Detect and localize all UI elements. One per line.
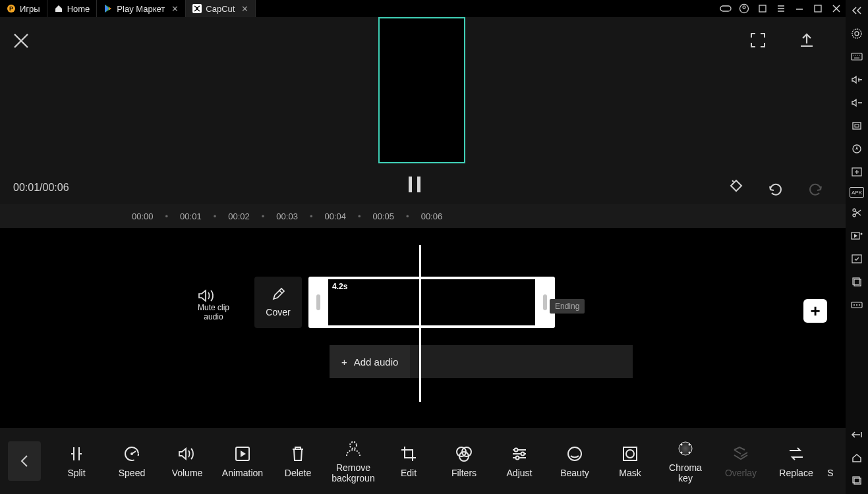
more-icon[interactable] — [849, 297, 865, 313]
ending-chip[interactable]: Ending — [550, 299, 585, 314]
ruler-tick: 00:03 — [276, 211, 298, 221]
svg-marker-17 — [241, 451, 246, 457]
clip-thumbnail[interactable]: 4.2s — [328, 279, 535, 325]
window-icon[interactable] — [753, 0, 772, 17]
tool-label: Animation — [222, 468, 263, 478]
ruler-tick: 00:05 — [373, 211, 395, 221]
scissors-icon[interactable] — [849, 205, 865, 221]
nav-back-icon[interactable] — [849, 427, 865, 443]
svg-point-24 — [516, 456, 519, 459]
screenshot-add-icon[interactable] — [849, 164, 865, 180]
record-icon[interactable] — [849, 228, 865, 244]
animation-icon — [234, 445, 251, 463]
tool-delete[interactable]: Delete — [270, 445, 326, 478]
svg-point-30 — [689, 443, 691, 445]
mask-icon — [622, 445, 639, 463]
tool-overlay: Overlay — [713, 445, 768, 478]
clip-left-handle[interactable] — [308, 277, 328, 328]
tool-label: Adjust — [507, 468, 533, 478]
fullscreen-alt-icon[interactable] — [849, 118, 865, 134]
pause-button[interactable] — [409, 177, 420, 192]
fullscreen-button[interactable] — [749, 32, 767, 49]
gear-icon[interactable] — [849, 26, 865, 41]
svg-point-45 — [861, 233, 863, 235]
timeline-tracks: Mute clip audio Cover 4.2s Ending + + Ad… — [0, 228, 846, 431]
emulator-right-rail: APK — [846, 0, 868, 494]
tool-remove-background[interactable]: Remove backgroun — [326, 439, 381, 483]
crop-icon — [400, 445, 417, 463]
add-audio-button[interactable]: + Add audio — [330, 356, 410, 368]
svg-rect-13 — [543, 294, 547, 310]
volume-down-icon[interactable] — [849, 95, 865, 111]
svg-point-52 — [859, 304, 860, 306]
tool-adjust[interactable]: Adjust — [492, 445, 547, 478]
volume-up-icon[interactable] — [849, 72, 865, 88]
keyframe-button[interactable] — [727, 178, 745, 196]
gamepad-icon[interactable] — [716, 0, 735, 17]
play-store-icon — [103, 4, 113, 13]
clip-duration: 4.2s — [332, 282, 347, 291]
tool-label: Mask — [619, 468, 641, 478]
audio-track[interactable]: + Add audio — [330, 345, 633, 378]
location-icon[interactable] — [849, 141, 865, 157]
svg-point-18 — [350, 442, 357, 449]
svg-point-50 — [854, 304, 855, 306]
chroma-icon — [677, 439, 694, 458]
video-preview[interactable] — [378, 17, 465, 163]
menu-icon[interactable] — [772, 0, 790, 17]
cover-button[interactable]: Cover — [254, 277, 302, 328]
tool-beauty[interactable]: Beauty — [547, 445, 602, 478]
collapse-icon[interactable] — [849, 3, 865, 18]
redo-button[interactable] — [806, 178, 825, 196]
svg-text:P: P — [9, 5, 13, 12]
close-window-icon[interactable] — [827, 0, 846, 17]
nav-recents-icon[interactable] — [849, 473, 865, 489]
close-icon[interactable]: ✕ — [171, 4, 179, 14]
maximize-icon[interactable] — [809, 0, 827, 17]
tool-replace[interactable]: Replace — [768, 445, 824, 478]
audio-track-empty[interactable] — [410, 345, 633, 378]
ruler-tick: 00:02 — [228, 211, 250, 221]
tool-label: Overlay — [725, 468, 757, 478]
tool-more[interactable]: S — [824, 445, 837, 478]
svg-point-9 — [743, 6, 745, 9]
export-button[interactable] — [798, 32, 815, 49]
video-clip[interactable]: 4.2s — [308, 277, 555, 328]
replace-icon — [787, 445, 805, 463]
mute-label: audio — [198, 312, 229, 321]
keyboard-icon[interactable] — [849, 49, 865, 65]
svg-point-34 — [855, 32, 859, 36]
tab-games[interactable]: P Игры — [0, 0, 47, 17]
sync-icon[interactable] — [849, 251, 865, 267]
tool-mask[interactable]: Mask — [602, 445, 658, 478]
tool-chroma-key[interactable]: Chroma key — [658, 439, 713, 483]
undo-button[interactable] — [767, 178, 785, 196]
minimize-icon[interactable] — [790, 0, 809, 17]
add-media-button[interactable]: + — [803, 299, 827, 323]
close-icon[interactable]: ✕ — [241, 4, 248, 14]
svg-rect-46 — [852, 255, 861, 263]
copy-icon[interactable] — [849, 274, 865, 290]
timeline-ruler[interactable]: 00:00• 00:01• 00:02• 00:03• 00:04• 00:05… — [0, 204, 846, 228]
ruler-dot: • — [310, 211, 313, 221]
tool-filters[interactable]: Filters — [436, 445, 492, 478]
tool-animation[interactable]: Animation — [215, 445, 270, 478]
tool-volume[interactable]: Volume — [159, 445, 215, 478]
tab-capcut[interactable]: CapCut ✕ — [186, 0, 256, 17]
tool-split[interactable]: Split — [49, 445, 104, 478]
tab-home[interactable]: Home — [47, 0, 98, 17]
apk-icon[interactable]: APK — [850, 187, 864, 198]
tab-play-market[interactable]: Play Маркет ✕ — [97, 0, 186, 17]
back-button[interactable] — [8, 441, 41, 481]
nav-home-icon[interactable] — [849, 450, 865, 466]
svg-rect-37 — [855, 124, 859, 127]
user-icon[interactable] — [735, 0, 753, 17]
mute-clip-audio-button[interactable]: Mute clip audio — [198, 288, 229, 321]
tool-edit[interactable]: Edit — [381, 445, 436, 478]
close-editor-button[interactable] — [12, 32, 30, 50]
cover-label: Cover — [266, 307, 290, 317]
ruler-dot: • — [214, 211, 217, 221]
svg-point-27 — [626, 450, 634, 458]
playhead[interactable] — [419, 245, 421, 402]
tool-speed[interactable]: Speed — [104, 445, 159, 478]
